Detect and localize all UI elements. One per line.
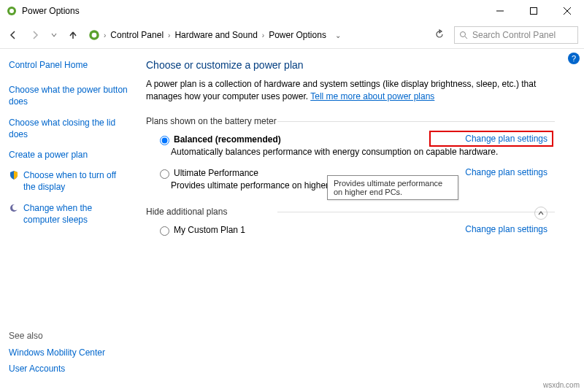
main-panel: Choose or customize a power plan A power… — [139, 49, 584, 392]
svg-point-8 — [461, 32, 466, 37]
page-heading: Choose or customize a power plan — [146, 59, 555, 71]
see-also-mobility-center[interactable]: Windows Mobility Center — [9, 347, 105, 358]
watermark: wsxdn.com — [543, 381, 580, 389]
crumb-power-options[interactable]: Power Options — [267, 28, 328, 42]
window-title: Power Options — [22, 6, 80, 16]
chevron-right-icon[interactable]: › — [262, 31, 264, 39]
sidebar: Control Panel Home Choose what the power… — [0, 49, 139, 392]
search-icon — [459, 31, 468, 39]
breadcrumb[interactable]: › Control Panel › Hardware and Sound › P… — [88, 28, 425, 42]
plan-balanced-desc: Automatically balances performance with … — [171, 147, 555, 157]
svg-rect-3 — [531, 8, 537, 15]
collapse-icon[interactable] — [534, 207, 548, 220]
plan-custom-name: My Custom Plan 1 — [174, 225, 245, 235]
chevron-right-icon[interactable]: › — [168, 31, 170, 39]
plan-ultimate-name: Ultimate Performance — [174, 168, 258, 178]
section-battery-meter: Plans shown on the battery meter — [146, 116, 555, 126]
sidebar-control-panel-home[interactable]: Control Panel Home — [9, 59, 130, 71]
tell-me-more-link[interactable]: Tell me more about power plans — [310, 91, 434, 101]
power-options-icon — [88, 28, 101, 42]
change-plan-balanced[interactable]: Change plan settings — [465, 134, 548, 144]
crumb-control-panel[interactable]: Control Panel — [109, 28, 165, 42]
radio-custom[interactable] — [160, 226, 169, 236]
titlebar: Power Options — [0, 0, 584, 22]
recent-dropdown[interactable] — [50, 28, 58, 42]
back-button[interactable] — [6, 28, 20, 42]
toolbar: › Control Panel › Hardware and Sound › P… — [0, 22, 584, 48]
intro-text: A power plan is a collection of hardware… — [146, 78, 555, 103]
see-also-heading: See also — [9, 331, 105, 341]
sidebar-turn-off-display[interactable]: Choose when to turn off the display — [23, 169, 130, 193]
plan-custom: My Custom Plan 1 Change plan settings — [156, 224, 555, 236]
plan-balanced-name: Balanced (recommended) — [174, 134, 281, 145]
change-plan-custom[interactable]: Change plan settings — [465, 224, 548, 234]
forward-button[interactable] — [28, 28, 42, 42]
chevron-right-icon[interactable]: › — [104, 31, 106, 39]
maximize-button[interactable] — [517, 0, 550, 22]
shield-icon — [9, 170, 19, 180]
sidebar-computer-sleeps[interactable]: Change when the computer sleeps — [23, 202, 130, 226]
sidebar-closing-lid[interactable]: Choose what closing the lid does — [9, 117, 130, 140]
sidebar-power-button[interactable]: Choose what the power button does — [9, 84, 130, 107]
svg-point-11 — [12, 204, 18, 210]
sidebar-create-plan[interactable]: Create a power plan — [9, 149, 130, 161]
plan-balanced: Balanced (recommended) Change plan setti… — [156, 134, 555, 157]
radio-balanced[interactable] — [160, 136, 169, 145]
search-placeholder: Search Control Panel — [472, 30, 556, 40]
tooltip: Provides ultimate performance on higher … — [327, 175, 458, 200]
svg-line-9 — [465, 36, 467, 39]
crumb-hardware-sound[interactable]: Hardware and Sound — [173, 28, 258, 42]
change-plan-ultimate[interactable]: Change plan settings — [465, 167, 548, 177]
svg-point-1 — [9, 9, 14, 13]
close-button[interactable] — [550, 0, 584, 22]
search-input[interactable]: Search Control Panel — [454, 26, 578, 44]
up-button[interactable] — [66, 28, 80, 42]
minimize-button[interactable] — [483, 0, 517, 22]
refresh-button[interactable] — [432, 29, 447, 42]
radio-ultimate[interactable] — [160, 169, 169, 179]
address-dropdown[interactable]: ⌄ — [335, 31, 341, 39]
svg-point-7 — [92, 33, 97, 38]
see-also: See also Windows Mobility Center User Ac… — [9, 331, 105, 379]
section-hide-additional[interactable]: Hide additional plans — [146, 207, 555, 217]
power-options-icon — [6, 5, 18, 17]
moon-icon — [9, 203, 19, 213]
see-also-user-accounts[interactable]: User Accounts — [9, 363, 105, 374]
